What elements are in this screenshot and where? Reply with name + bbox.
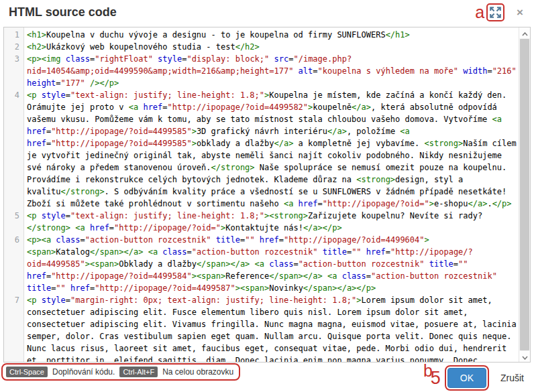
code-line[interactable]: 5<p style="text-align: justify; line-hei… [4, 210, 519, 234]
chevron-down-icon [522, 352, 528, 362]
scrollbar-thumb[interactable] [520, 39, 529, 350]
code-text: <p><img class="rightFloat" style="displa… [24, 53, 519, 89]
code-line[interactable]: 6<p><a class="action-button rozcestnik" … [4, 234, 519, 294]
vertical-scrollbar[interactable] [519, 27, 530, 362]
line-number: 1 [4, 29, 24, 41]
dialog-title: HTML source code [9, 5, 117, 19]
shortcut-hint-label: Doplňování kódu. [52, 367, 115, 377]
code-text: <p style="text-align: justify; line-heig… [24, 89, 519, 210]
code-text: <p style="text-align: justify; line-heig… [24, 210, 519, 234]
dialog-header: HTML source code a × [0, 0, 534, 27]
code-line[interactable]: 7<p style="margin-right: 0px; text-align… [4, 294, 519, 362]
line-number: 3 [4, 53, 24, 89]
code-line[interactable]: 1<h1>Koupelna v duchu vývoje a designu -… [4, 29, 519, 41]
shortcut-key-badge: Ctrl-Alt+F [119, 367, 158, 377]
cancel-button[interactable]: Zrušit [495, 369, 529, 387]
code-line[interactable]: 2<h2>Ukázkový web koupelnového studia - … [4, 41, 519, 53]
close-icon: × [517, 6, 523, 19]
shortcut-key-badge: Ctrl-Space [6, 367, 48, 377]
header-icons: a × [475, 3, 525, 21]
chevron-up-icon [522, 28, 528, 38]
maximize-icon [490, 10, 501, 20]
close-button[interactable]: × [515, 6, 525, 19]
code-line[interactable]: 4<p style="text-align: justify; line-hei… [4, 89, 519, 210]
line-number: 7 [4, 294, 24, 362]
code-text: <h1>Koupelna v duchu vývoje a designu - … [24, 29, 519, 41]
annotation-letter-a: a [475, 4, 484, 21]
annotation-box-ok: OK [445, 365, 489, 391]
scrollbar-down-button[interactable] [519, 351, 530, 362]
annotation-number-5: 5 [431, 370, 441, 387]
code-lines: 1<h1>Koupelna v duchu vývoje a designu -… [4, 27, 519, 362]
maximize-button[interactable] [489, 6, 502, 19]
line-number: 5 [4, 210, 24, 234]
ok-button[interactable]: OK [447, 368, 486, 388]
line-number: 4 [4, 89, 24, 210]
shortcut-hint-label: Na celou obrazovku [162, 367, 233, 377]
code-text: <h2>Ukázkový web koupelnového studia - t… [24, 41, 519, 53]
code-text: <p><a class="action-button rozcestnik" t… [24, 234, 519, 294]
scrollbar-up-button[interactable] [519, 27, 530, 38]
footer-buttons: 5 OK Zrušit [431, 365, 529, 391]
source-code-editor[interactable]: 1<h1>Koupelna v duchu vývoje a designu -… [3, 27, 531, 363]
line-number: 6 [4, 234, 24, 294]
line-number: 2 [4, 41, 24, 53]
code-scroll-area[interactable]: 1<h1>Koupelna v duchu vývoje a designu -… [4, 27, 519, 362]
html-source-dialog: { "header": { "title": "HTML source code… [0, 0, 534, 392]
annotation-box-hints: Ctrl-Space Doplňování kódu. Ctrl-Alt+F N… [1, 363, 240, 381]
code-line[interactable]: 3<p><img class="rightFloat" style="displ… [4, 53, 519, 89]
code-text: <p style="margin-right: 0px; text-align:… [24, 294, 519, 362]
annotation-box-maximize [486, 3, 504, 21]
